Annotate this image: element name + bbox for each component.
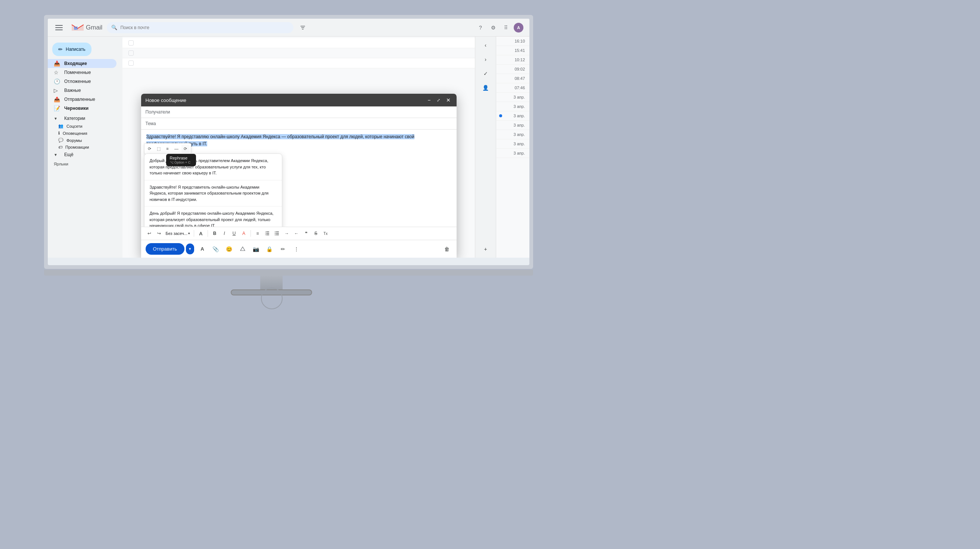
format-text-icon-button[interactable]: A (197, 244, 208, 254)
toolbar-action-1[interactable]: ⟳ (146, 145, 154, 153)
right-panel-arrow-up[interactable]: ‹ (480, 40, 491, 51)
star-icon: ☆ (54, 70, 60, 75)
to-label: Получатели (146, 110, 170, 115)
time-entry-1[interactable]: 16:10 (496, 37, 530, 46)
undo-button[interactable]: ↩ (145, 229, 154, 238)
time-entry-2[interactable]: 15:41 (496, 46, 530, 55)
toolbar-action-2[interactable]: ⬚ (154, 145, 163, 153)
rephrase-option-2[interactable]: Здравствуйте! Я представитель онлайн-шко… (145, 180, 282, 207)
sidebar-sub-social[interactable]: 👥 Соцсети (48, 123, 116, 130)
rephrase-button[interactable]: ⟳ (181, 145, 190, 153)
time-entry-3[interactable]: 10:12 (496, 55, 530, 65)
remove-format-button[interactable]: Tx (321, 229, 330, 238)
to-field[interactable]: Получатели (141, 107, 457, 118)
svg-text:M: M (74, 26, 78, 31)
time-entry-9[interactable]: 3 апр. (496, 111, 530, 121)
rephrase-tooltip: Rephrase ⌥ Option + C (166, 154, 196, 166)
close-compose-button[interactable]: ✕ (445, 97, 452, 103)
more-options-button[interactable]: ⋮ (291, 244, 302, 254)
time-entry-4[interactable]: 09:02 (496, 65, 530, 74)
sidebar-item-starred[interactable]: ☆ Помеченные (48, 68, 116, 77)
lock-button[interactable]: 🔒 (264, 244, 275, 254)
font-select[interactable]: Без засеч... ▾ (164, 231, 192, 236)
toolbar-action-3[interactable]: — (172, 145, 181, 153)
time-entry-5[interactable]: 08:47 (496, 74, 530, 83)
sidebar-sub-updates[interactable]: ℹ Оповещения (48, 130, 116, 137)
apps-icon[interactable]: ⠿ (501, 23, 511, 32)
sub-item-label: Форумы (67, 138, 82, 143)
compose-button[interactable]: ✏ Написать (52, 43, 91, 56)
expand-button[interactable]: ⤢ (435, 97, 442, 103)
right-panel-check-icon[interactable]: ✓ (480, 68, 491, 79)
sidebar-item-snoozed[interactable]: 🕐 Отложенные (48, 77, 116, 86)
signature-button[interactable]: ✏ (278, 244, 288, 254)
minimize-button[interactable]: − (426, 97, 432, 103)
search-bar[interactable]: 🔍 (107, 22, 293, 33)
rephrase-option-3[interactable]: День добрый! Я представляю онлайн-школу … (145, 207, 282, 227)
attach-file-button[interactable]: 📎 (210, 244, 221, 254)
time-entry-10[interactable]: 3 апр. (496, 121, 530, 130)
subject-field[interactable]: Тема (141, 118, 457, 130)
bold-button[interactable]: B (210, 229, 219, 238)
right-panel-contact-icon[interactable]: 👤 (480, 82, 491, 93)
send-dropdown-button[interactable]: ▾ (186, 243, 194, 254)
indent-less-button[interactable]: ← (292, 229, 301, 238)
strikethrough-button[interactable]: S (311, 229, 320, 238)
right-panel-add-icon[interactable]: + (480, 243, 491, 255)
divider-3 (250, 230, 251, 237)
svg-rect-6 (266, 234, 269, 235)
text-color-button[interactable]: A (239, 229, 248, 238)
right-panel-arrow-down[interactable]: › (480, 54, 491, 65)
indent-more-button[interactable]: → (282, 229, 291, 238)
sidebar-item-inbox[interactable]: 📥 Входящие (48, 59, 116, 68)
search-icon: 🔍 (111, 25, 117, 30)
quote-button[interactable]: ❝ (302, 229, 310, 238)
emoji-button[interactable]: 😊 (224, 244, 234, 254)
chevron-down-small-icon: ▼ (54, 153, 60, 157)
sidebar-item-sent[interactable]: 📤 Отправленные (48, 95, 116, 104)
filter-icon[interactable] (298, 23, 308, 32)
to-input[interactable] (173, 110, 452, 115)
italic-button[interactable]: I (220, 229, 229, 238)
send-button[interactable]: Отправить (146, 243, 185, 255)
font-size-button[interactable]: A (196, 229, 205, 238)
help-icon[interactable]: ? (476, 23, 485, 32)
sidebar-sub-promo[interactable]: 🏷 Промоакции (48, 144, 116, 151)
time-entry-13[interactable]: 3 апр. (496, 149, 530, 158)
email-row[interactable] (123, 58, 475, 68)
settings-icon[interactable]: ⚙ (488, 23, 498, 32)
more-label: Ещё (64, 152, 73, 157)
underline-button[interactable]: U (230, 229, 239, 238)
time-entry-12[interactable]: 3 апр. (496, 139, 530, 149)
time-entry-7[interactable]: 3 апр. (496, 92, 530, 102)
tag-icon: 🏷 (58, 145, 62, 150)
menu-icon[interactable] (54, 22, 64, 33)
email-row[interactable] (123, 38, 475, 48)
redo-button[interactable]: ↪ (154, 229, 164, 238)
time-entry-11[interactable]: 3 апр. (496, 130, 530, 139)
delete-draft-button[interactable]: 🗑 (442, 244, 452, 254)
compose-body[interactable]: Здравствуйте! Я представляю онлайн-школу… (141, 130, 457, 227)
sidebar-sub-forums[interactable]: 💬 Форумы (48, 137, 116, 144)
avatar[interactable]: А (514, 23, 523, 32)
photo-button[interactable]: 📷 (251, 244, 261, 254)
sent-icon: 📤 (54, 96, 60, 102)
ul-button[interactable] (272, 229, 282, 238)
sidebar-more[interactable]: ▼ Ещё (48, 151, 116, 159)
categories-section[interactable]: ▼ Категории (48, 114, 116, 123)
text-action-toolbar: ⟳ ⬚ ≡ — ⟳ Rephrase ⌥ Option + C (144, 143, 191, 154)
sidebar-item-drafts[interactable]: 📝 Черновики (48, 104, 116, 113)
subject-input[interactable] (171, 121, 452, 126)
format-toolbar: ↩ ↪ Без засеч... ▾ A B I U (141, 227, 457, 240)
toolbar-list[interactable]: ≡ (164, 145, 172, 153)
ol-button[interactable]: 1 2 3 (263, 229, 272, 238)
drive-button[interactable] (237, 244, 248, 254)
search-input[interactable] (120, 25, 289, 30)
compose-pencil-icon: ✏ (58, 46, 63, 52)
rephrase-option-1[interactable]: Добрый день! Я являюсь представителем Ак… (145, 154, 282, 180)
email-row[interactable] (123, 48, 475, 58)
time-entry-6[interactable]: 07:46 (496, 83, 530, 92)
sidebar-item-important[interactable]: ▷ Важные (48, 86, 116, 95)
time-entry-8[interactable]: 3 апр. (496, 102, 530, 111)
align-button[interactable]: ≡ (253, 229, 262, 238)
